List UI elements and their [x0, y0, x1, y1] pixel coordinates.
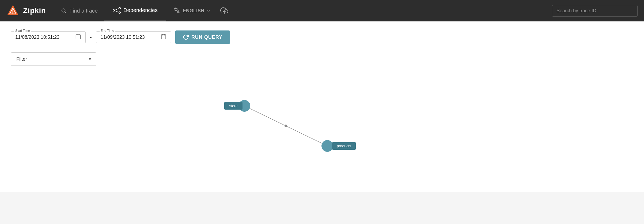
chevron-down-icon [206, 9, 211, 13]
nav-find-trace[interactable]: Find a trace [54, 0, 104, 21]
find-trace-label: Find a trace [69, 8, 98, 14]
translate-icon [174, 7, 181, 14]
nav-language[interactable]: ENGLISH [168, 0, 216, 21]
end-time-label: End Time [100, 29, 115, 33]
svg-point-6 [119, 7, 120, 9]
end-time-value: 11/09/2023 10:51:23 [101, 34, 145, 40]
dependency-graph: store products [11, 76, 633, 183]
dependencies-label: Dependencies [123, 7, 158, 13]
zipkin-logo-icon [6, 4, 19, 17]
svg-line-8 [115, 9, 119, 10]
end-time-calendar-icon[interactable] [161, 34, 166, 41]
midpoint-dot [285, 125, 287, 127]
logo-area: Zipkin [6, 4, 46, 17]
nav-dependencies[interactable]: Dependencies [104, 0, 166, 21]
svg-point-5 [113, 10, 115, 11]
filter-select-wrapper[interactable]: Filter ▼ [11, 52, 96, 66]
store-label-text: store [229, 104, 237, 108]
start-time-label: Start Time [14, 29, 31, 33]
svg-rect-16 [161, 34, 166, 39]
svg-rect-12 [76, 34, 81, 39]
svg-point-7 [119, 12, 120, 13]
language-label: ENGLISH [183, 8, 204, 14]
date-separator: - [90, 34, 92, 40]
upload-icon [220, 7, 228, 15]
app-header: Zipkin Find a trace Dependencies ENGLISH [0, 0, 644, 21]
dependency-graph-svg: store products [11, 76, 633, 183]
main-content: Start Time 11/08/2023 10:51:23 - End Tim… [0, 22, 644, 192]
end-time-field[interactable]: End Time 11/09/2023 10:51:23 [96, 31, 171, 43]
nav-upload[interactable] [216, 0, 233, 21]
refresh-icon [183, 34, 189, 40]
date-query-row: Start Time 11/08/2023 10:51:23 - End Tim… [11, 30, 633, 44]
start-time-value: 11/08/2023 10:51:23 [15, 34, 59, 40]
app-title: Zipkin [23, 6, 46, 15]
svg-line-9 [115, 11, 119, 12]
svg-line-4 [65, 12, 66, 13]
run-query-button[interactable]: RUN QUERY [175, 30, 230, 44]
dependencies-icon [113, 7, 121, 14]
products-node[interactable] [321, 140, 333, 152]
filter-row: Filter ▼ [11, 52, 633, 66]
run-query-label: RUN QUERY [191, 34, 222, 40]
search-icon [61, 8, 67, 14]
search-trace-id-input[interactable] [552, 5, 638, 17]
start-time-calendar-icon[interactable] [75, 34, 81, 41]
start-time-field[interactable]: Start Time 11/08/2023 10:51:23 [11, 31, 86, 43]
filter-select[interactable]: Filter [11, 52, 96, 66]
products-label-text: products [337, 144, 351, 148]
